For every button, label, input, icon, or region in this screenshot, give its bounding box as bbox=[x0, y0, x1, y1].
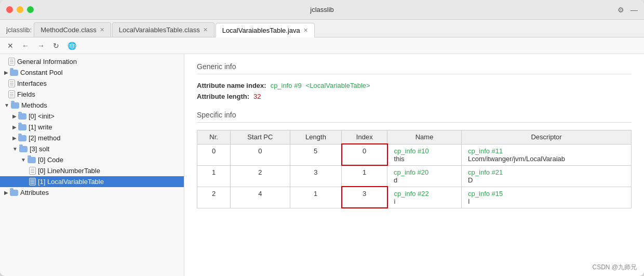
col-start-pc: Start PC bbox=[231, 130, 290, 144]
page-icon bbox=[29, 178, 36, 186]
browser-btn[interactable]: 🌐 bbox=[65, 41, 78, 51]
back-btn[interactable]: ← bbox=[20, 41, 31, 51]
cell-name-text: d bbox=[394, 176, 397, 184]
sidebar-label-fields: Fields bbox=[17, 90, 35, 98]
sidebar-item-method[interactable]: ▶ [2] method bbox=[0, 133, 184, 143]
close-button[interactable] bbox=[6, 6, 13, 13]
main-area: General Information ▶ Constant Pool Inte… bbox=[0, 54, 644, 276]
sidebar-item-solt[interactable]: ▼ [3] solt bbox=[0, 143, 184, 154]
sidebar-label-write: [1] write bbox=[29, 123, 52, 131]
sidebar-item-constant-pool[interactable]: ▶ Constant Pool bbox=[0, 67, 184, 78]
minimize-button[interactable] bbox=[17, 6, 23, 13]
forward-btn[interactable]: → bbox=[35, 41, 47, 51]
arrow-icon: ▶ bbox=[4, 70, 8, 75]
folder-icon bbox=[28, 157, 36, 163]
sidebar-item-linenumbertable[interactable]: [0] LineNumberTable bbox=[0, 165, 184, 176]
sidebar-item-code[interactable]: ▼ [0] Code bbox=[0, 154, 184, 165]
folder-icon bbox=[18, 113, 26, 120]
page-icon bbox=[8, 80, 15, 87]
attr-name-value1[interactable]: cp_info #9 bbox=[271, 82, 302, 89]
cell-start-pc: 0 bbox=[231, 144, 290, 165]
minimize-icon[interactable]: — bbox=[630, 6, 638, 14]
arrow-icon: ▶ bbox=[12, 113, 17, 119]
cell-nr: 0 bbox=[197, 144, 231, 165]
cell-index: 1 bbox=[342, 165, 387, 187]
maximize-button[interactable] bbox=[27, 6, 34, 13]
folder-icon bbox=[19, 146, 28, 152]
col-nr: Nr. bbox=[197, 130, 231, 144]
tab-1-close[interactable]: ✕ bbox=[203, 27, 208, 33]
cell-length: 1 bbox=[290, 187, 342, 208]
sidebar-label-methods: Methods bbox=[21, 101, 47, 109]
cell-descriptor: cp_info #11Lcom/itwanger/jvm/LocalVaraia… bbox=[462, 144, 632, 165]
sidebar-label-constant-pool: Constant Pool bbox=[20, 69, 63, 76]
col-descriptor: Descriptor bbox=[462, 130, 632, 144]
cell-index-highlighted: 0 bbox=[342, 144, 387, 165]
cp-link[interactable]: cp_info #22 bbox=[394, 190, 429, 198]
tab-bar: jclasslib: MethodCode.class ✕ LocalVarai… bbox=[0, 20, 644, 37]
sidebar-item-write[interactable]: ▶ [1] write bbox=[0, 122, 184, 133]
cell-name-text: i bbox=[394, 198, 396, 205]
sidebar-label-method: [2] method bbox=[29, 134, 60, 142]
tab-1[interactable]: LocalVaraiablesTable.class ✕ bbox=[112, 22, 214, 37]
sidebar-item-init[interactable]: ▶ [0] <init> bbox=[0, 111, 184, 122]
close-toolbar-btn[interactable]: ✕ bbox=[5, 41, 16, 51]
attr-name-value2[interactable]: <LocalVariableTable> bbox=[306, 82, 370, 89]
toolbar: ✕ ← → ↻ 🌐 bbox=[0, 37, 644, 54]
sidebar-item-methods[interactable]: ▼ Methods bbox=[0, 100, 184, 111]
window-title: jclasslib bbox=[310, 6, 334, 14]
generic-info-title: Generic info bbox=[197, 62, 632, 74]
tab-0-close[interactable]: ✕ bbox=[100, 27, 104, 33]
sidebar-item-attributes[interactable]: ▶ Attributes bbox=[0, 187, 184, 198]
arrow-icon: ▼ bbox=[21, 157, 26, 163]
attr-name-label: Attribute name index: bbox=[197, 82, 266, 89]
attr-length-value: 32 bbox=[253, 93, 261, 100]
cell-start-pc: 4 bbox=[231, 187, 290, 208]
folder-icon bbox=[11, 102, 19, 109]
specific-info-title: Specific info bbox=[197, 111, 632, 123]
content-area: Generic info Attribute name index: cp_in… bbox=[184, 54, 644, 276]
tab-2[interactable]: LocalVaraiablesTable.java ✕ bbox=[216, 23, 315, 37]
table-row: 1 2 3 1 cp_info #20d cp_info #21D bbox=[197, 165, 632, 187]
folder-icon bbox=[18, 135, 26, 141]
sidebar-item-interfaces[interactable]: Interfaces bbox=[0, 78, 184, 89]
arrow-icon: ▼ bbox=[12, 146, 18, 152]
sidebar-item-fields[interactable]: Fields bbox=[0, 89, 184, 100]
page-icon bbox=[29, 167, 36, 175]
cell-name-text: this bbox=[394, 155, 405, 163]
local-variable-table: Nr. Start PC Length Index Name Descripto… bbox=[197, 130, 632, 208]
refresh-btn[interactable]: ↻ bbox=[51, 41, 61, 51]
arrow-icon: ▶ bbox=[12, 135, 17, 141]
sidebar-label-attributes: Attributes bbox=[20, 189, 49, 196]
arrow-icon: ▶ bbox=[12, 124, 17, 130]
attr-name-row: Attribute name index: cp_info #9 <LocalV… bbox=[197, 82, 632, 89]
tab-0[interactable]: MethodCode.class ✕ bbox=[34, 22, 111, 37]
cell-index-highlighted: 3 bbox=[342, 187, 387, 208]
tab-0-label: MethodCode.class bbox=[41, 26, 97, 34]
cell-nr: 2 bbox=[197, 187, 231, 208]
cell-name: cp_info #20d bbox=[387, 165, 462, 187]
sidebar-label-localvariabletable: [1] LocalVariableTable bbox=[38, 178, 104, 186]
cell-start-pc: 2 bbox=[231, 165, 290, 187]
table-row: 2 4 1 3 cp_info #22i cp_info #15I bbox=[197, 187, 632, 208]
cp-link[interactable]: cp_info #11 bbox=[468, 147, 503, 155]
table-row: 0 0 5 0 cp_info #10this cp_info #11Lcom/… bbox=[197, 144, 632, 165]
sidebar-item-general-info[interactable]: General Information bbox=[0, 56, 184, 67]
sidebar-item-localvariabletable[interactable]: [1] LocalVariableTable bbox=[0, 176, 184, 187]
col-index: Index bbox=[342, 130, 387, 144]
folder-icon bbox=[18, 124, 26, 130]
tab-2-label: LocalVaraiablesTable.java bbox=[222, 27, 300, 34]
cp-link[interactable]: cp_info #15 bbox=[468, 190, 503, 198]
col-length: Length bbox=[290, 130, 342, 144]
tab-1-label: LocalVaraiablesTable.class bbox=[119, 26, 200, 34]
cp-link[interactable]: cp_info #21 bbox=[468, 168, 503, 176]
cp-link[interactable]: cp_info #10 bbox=[394, 147, 429, 155]
cell-name: cp_info #10this bbox=[387, 144, 462, 165]
specific-info-section: Specific info Nr. Start PC Length Index … bbox=[197, 111, 632, 208]
attr-length-label: Attribute length: bbox=[197, 93, 249, 100]
cp-link[interactable]: cp_info #20 bbox=[394, 168, 428, 176]
tab-2-close[interactable]: ✕ bbox=[303, 27, 308, 34]
page-icon bbox=[8, 90, 15, 98]
settings-icon[interactable]: ⚙ bbox=[618, 6, 624, 14]
cell-length: 3 bbox=[290, 165, 342, 187]
